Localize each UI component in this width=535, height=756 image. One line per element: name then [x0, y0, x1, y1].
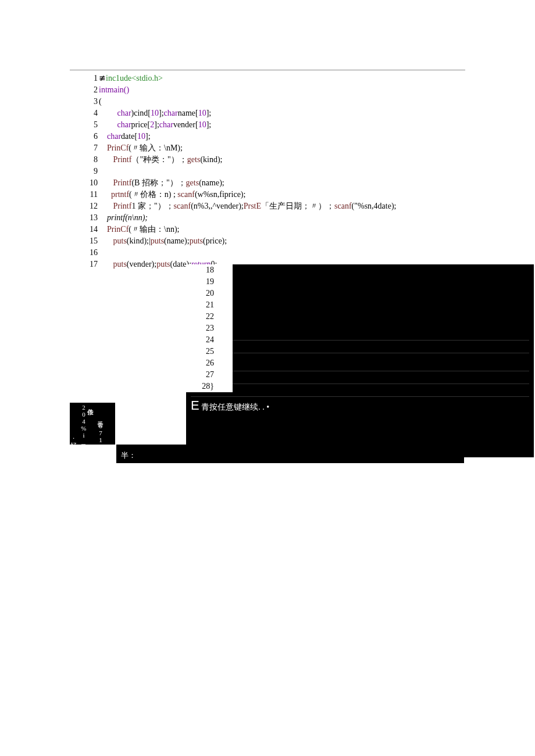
line-number: 19	[186, 276, 215, 288]
code-text: Printf1 家；"）；scanf(n%3,,^vender);PrstE「生…	[99, 200, 396, 212]
bottom-text: 半：	[121, 451, 136, 460]
line-number: 28}	[186, 381, 215, 392]
line-number: 4	[70, 108, 99, 119]
line-number: 6	[70, 131, 99, 142]
line-number: 7	[70, 142, 99, 154]
code-line: 15 puts(kind);|puts(name);puts(price);	[70, 235, 465, 247]
document-page: 1≢inc1ude<stdio.h>2intmain()3(4 char)cin…	[70, 70, 465, 270]
line-number: 3	[70, 96, 99, 108]
code-text: PrinCf(〃输入：\nM);	[99, 142, 183, 154]
side-panel: 好． 条佳 204%i元 番 671	[70, 403, 115, 445]
code-block: 1≢inc1ude<stdio.h>2intmain()3(4 char)cin…	[70, 73, 465, 270]
console-line: 任好佳	[191, 371, 529, 384]
console-line: E 青按任意键继续. . •	[191, 396, 529, 414]
line-number: 23	[186, 323, 215, 334]
console-text: 青按任意键继续. . •	[199, 403, 269, 411]
line-number: 10	[70, 177, 99, 189]
console-gutter: 1819202122232425262728}	[186, 264, 233, 392]
line-number: 16	[70, 247, 99, 259]
code-line: 12 Printf1 家；"）；scanf(n%3,,^vender);Prst…	[70, 200, 465, 212]
code-text: Printf(B 招称；"）；gets(name);	[99, 177, 224, 189]
code-text: prtntf(〃价格：n) ; scanf(w%sn,fiprice);	[99, 189, 245, 200]
line-number: 14	[70, 224, 99, 235]
code-line: 7 PrinCf(〃输入：\nM);	[70, 142, 465, 154]
code-line: 4 char)cind[10];charname[10];	[70, 108, 465, 119]
code-line: 2intmain()	[70, 84, 465, 96]
console-output: 1819202122232425262728} 誉良 bt 任好佳 201702…	[186, 264, 534, 457]
side-text: 条佳 204%i元	[80, 403, 95, 445]
line-number: 20	[186, 288, 215, 299]
console-line: bt	[191, 353, 529, 371]
code-line: 10 Printf(B 招称；"）；gets(name);	[70, 177, 465, 189]
line-number: 12	[70, 200, 99, 212]
line-number: 25	[186, 346, 215, 357]
code-line: 5 charprice[2];charvender[10];	[70, 119, 465, 131]
code-line: 13 printf(n\nn);	[70, 212, 465, 224]
code-line: 8 Printf（"种类："）；gets(kind);	[70, 154, 465, 166]
code-text: PrinCf(〃输由：\nn);	[99, 224, 179, 235]
line-number: 17	[70, 259, 99, 270]
line-number: 22	[186, 311, 215, 323]
code-line: 14 PrinCf(〃输由：\nn);	[70, 224, 465, 235]
top-rule	[70, 70, 465, 70]
code-text: ≢inc1ude<stdio.h>	[99, 73, 163, 84]
code-text: charprice[2];charvender[10];	[99, 119, 211, 131]
code-text: char)cind[10];charname[10];	[99, 108, 211, 119]
line-number: 2	[70, 84, 99, 96]
code-text: chardate[10];	[99, 131, 151, 142]
code-line: 9	[70, 166, 465, 177]
side-text: 番 671	[97, 414, 105, 445]
side-text: 好．	[70, 436, 78, 445]
code-text: Printf（"种类："）；gets(kind);	[99, 154, 223, 166]
line-number: 8	[70, 154, 99, 166]
console-line: 20170219	[191, 384, 529, 396]
line-number: 1	[70, 73, 99, 84]
line-number: 13	[70, 212, 99, 224]
line-number: 15	[70, 235, 99, 247]
line-number: 9	[70, 166, 99, 177]
code-text: printf(n\nn);	[99, 212, 148, 224]
code-line: 6 chardate[10];	[70, 131, 465, 142]
code-line: 11 prtntf(〃价格：n) ; scanf(w%sn,fiprice);	[70, 189, 465, 200]
line-number: 21	[186, 299, 215, 311]
code-line: 16	[70, 247, 465, 259]
line-number: 5	[70, 119, 99, 131]
code-text: intmain()	[99, 84, 129, 96]
code-text: puts(kind);|puts(name);puts(price);	[99, 235, 227, 247]
line-number: 27	[186, 369, 215, 381]
code-text: (	[99, 96, 102, 108]
console-text: E	[191, 398, 199, 413]
line-number: 11	[70, 189, 99, 200]
bottom-bar: 半：	[116, 445, 464, 463]
code-line: 1≢inc1ude<stdio.h>	[70, 73, 465, 84]
code-line: 3(	[70, 96, 465, 108]
line-number: 26	[186, 357, 215, 369]
line-number: 24	[186, 334, 215, 346]
line-number: 18	[186, 264, 215, 276]
console-line: 誉良	[191, 340, 529, 353]
